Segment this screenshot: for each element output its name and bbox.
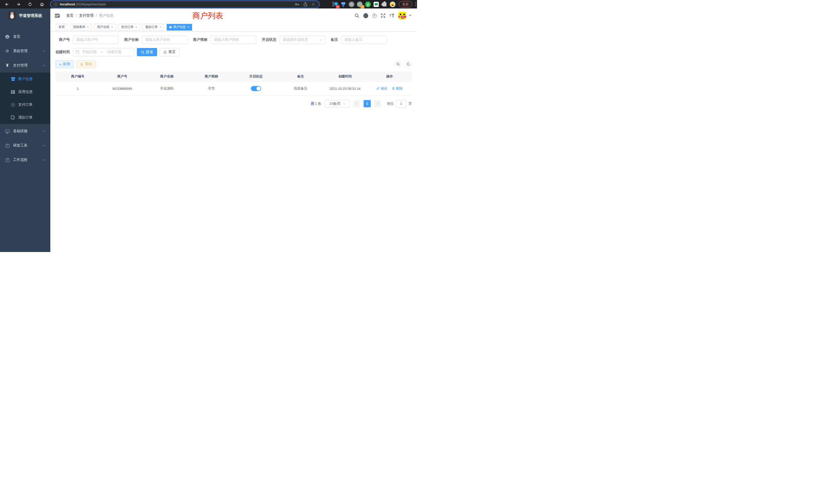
tab-user-group[interactable]: 用户分组×	[94, 24, 116, 30]
browser-menu-icon[interactable]	[414, 2, 417, 6]
page-size-select[interactable]: 10条/页	[325, 100, 350, 107]
goto-suffix: 页	[409, 101, 412, 106]
full-name-label: 商户全称	[124, 38, 139, 42]
extension-badge: 10	[336, 5, 340, 8]
share-icon[interactable]	[304, 2, 307, 6]
extension-gem-icon[interactable]	[340, 1, 346, 7]
tab-home[interactable]: 首页	[56, 24, 68, 30]
cell-merchant-id: 1	[56, 81, 100, 96]
grid-icon	[11, 90, 15, 94]
cell-create-time: 2021-10-23 08:31:14	[323, 81, 368, 96]
sidebar-item-dev-tools[interactable]: 研发工具	[0, 138, 50, 153]
page-number-1[interactable]: 1	[364, 100, 371, 107]
search-button[interactable]: 搜索	[137, 48, 157, 56]
pencil-icon	[376, 87, 379, 90]
chevron-down-icon	[43, 144, 46, 146]
header-search-icon[interactable]	[355, 13, 359, 18]
chevron-left-icon	[356, 102, 358, 105]
toggle-search-button[interactable]	[394, 61, 401, 68]
fullscreen-icon[interactable]	[381, 13, 386, 18]
sidebar-logo-row: 芋道管理系统	[0, 8, 50, 23]
sidebar-item-app-info[interactable]: 应用信息	[0, 86, 50, 98]
extension-badge: 1	[360, 5, 364, 8]
sidebar-item-home[interactable]: 首页	[0, 29, 50, 44]
status-toggle[interactable]	[251, 86, 261, 91]
font-size-icon[interactable]: TT	[390, 13, 394, 19]
tab-pay-order[interactable]: 支付订单×	[118, 24, 140, 30]
refresh-table-button[interactable]	[404, 61, 412, 68]
chevron-right-icon	[376, 102, 379, 105]
trash-icon	[392, 87, 395, 90]
full-name-input[interactable]: 请输入商户全称	[142, 36, 188, 44]
delete-link[interactable]: 删除	[392, 86, 403, 91]
merchant-no-label: 商户号	[59, 38, 70, 42]
close-tab-icon[interactable]: ×	[111, 25, 113, 29]
extension-command-icon[interactable]: ⌘	[348, 1, 355, 7]
extension-camera-icon[interactable]: 1	[357, 1, 363, 7]
close-tab-icon[interactable]: ×	[188, 25, 189, 29]
annotation-merchant-list: 商户列表	[192, 10, 223, 21]
site-info-icon[interactable]: i	[54, 3, 58, 6]
github-icon[interactable]	[363, 13, 368, 18]
sidebar-item-pay-order[interactable]: ¥ 支付订单	[0, 98, 50, 111]
merchant-no-input[interactable]: 请输入商户号	[73, 36, 118, 44]
breadcrumb-home[interactable]: 首页	[66, 13, 73, 18]
remark-label: 备注	[331, 38, 338, 42]
browser-reload-button[interactable]	[26, 1, 34, 8]
edit-link[interactable]: 修改	[376, 86, 387, 91]
short-name-input[interactable]: 请输入商户简称	[211, 36, 256, 44]
top-navbar: 首页 / 支付管理 / 商户信息 商户列表 ? TT	[50, 8, 417, 23]
close-tab-icon[interactable]: ×	[87, 25, 89, 29]
prev-page-button[interactable]	[353, 100, 360, 107]
add-button[interactable]: +新增	[56, 60, 74, 68]
sidebar-item-refund-order[interactable]: 退款订单	[0, 111, 50, 124]
close-tab-icon[interactable]: ×	[135, 25, 137, 29]
pagination: 共 1 条 10条/页 1 前往 1 页	[56, 100, 412, 107]
sidebar-item-pay[interactable]: ¥ 支付管理	[0, 58, 50, 73]
gear-icon: ⚙	[5, 49, 9, 53]
reset-button[interactable]: 重置	[160, 48, 179, 56]
tab-process-form[interactable]: 流程表单×	[70, 24, 92, 30]
cell-remark: 我是备注	[278, 81, 323, 96]
tab-merchant-info[interactable]: 商户信息×	[167, 24, 192, 30]
create-time-range-input[interactable]: 开始日期 - 结束日期	[73, 48, 134, 56]
user-avatar[interactable]	[398, 12, 406, 20]
browser-update-button[interactable]: 更新	[399, 1, 412, 7]
avatar-caret-icon[interactable]	[409, 15, 411, 17]
next-page-button[interactable]	[374, 100, 381, 107]
arrow-left-icon	[5, 2, 9, 6]
refresh-icon	[407, 62, 410, 66]
status-select[interactable]: 请选择开启状态	[279, 36, 325, 44]
address-bar[interactable]: i localhost:1024/pay/merchant ☆	[50, 1, 319, 8]
toolbox-icon	[5, 158, 9, 162]
col-short-name: 商户简称	[189, 72, 234, 81]
extension-chat-icon[interactable]	[373, 1, 379, 7]
dashboard-icon	[5, 35, 9, 39]
extensions-puzzle-icon[interactable]	[381, 1, 388, 7]
sidebar-item-system[interactable]: ⚙ 系统管理	[0, 44, 50, 58]
extension-y-icon[interactable]: y	[365, 1, 371, 7]
shop-icon	[11, 77, 15, 81]
browser-back-button[interactable]	[3, 1, 10, 8]
password-key-icon[interactable]	[295, 3, 300, 6]
sidebar-item-merchant-info[interactable]: 商户信息	[0, 73, 50, 86]
sidebar: 芋道管理系统 首页 ⚙ 系统管理 ¥ 支付管理	[0, 8, 50, 252]
breadcrumb-pay[interactable]: 支付管理	[79, 13, 93, 18]
extension-blue-diamond-icon[interactable]: 10	[332, 1, 338, 7]
cell-merchant-no: M233666999	[100, 81, 145, 96]
remark-input[interactable]: 请输入备注	[341, 36, 387, 44]
export-button[interactable]: 导出	[76, 60, 96, 68]
goto-page-input[interactable]: 1	[396, 100, 407, 107]
tab-refund-order[interactable]: 退款订单×	[142, 24, 164, 30]
browser-forward-button[interactable]	[15, 1, 22, 8]
sidebar-item-workflow[interactable]: 工作流程	[0, 153, 50, 167]
browser-home-button[interactable]	[38, 1, 45, 8]
sidebar-collapse-icon[interactable]	[55, 14, 60, 18]
table-row: 1 M233666999 芋道源码 芋艿 我是备注 2021-10-23 08:…	[56, 81, 412, 96]
sidebar-item-infrastructure[interactable]: 基础设施	[0, 124, 50, 138]
help-icon[interactable]: ?	[372, 14, 377, 18]
breadcrumb-current: 商户信息	[99, 13, 113, 18]
bookmark-star-icon[interactable]: ☆	[311, 2, 315, 6]
close-tab-icon[interactable]: ×	[159, 25, 161, 29]
browser-profile-avatar[interactable]	[390, 1, 396, 7]
